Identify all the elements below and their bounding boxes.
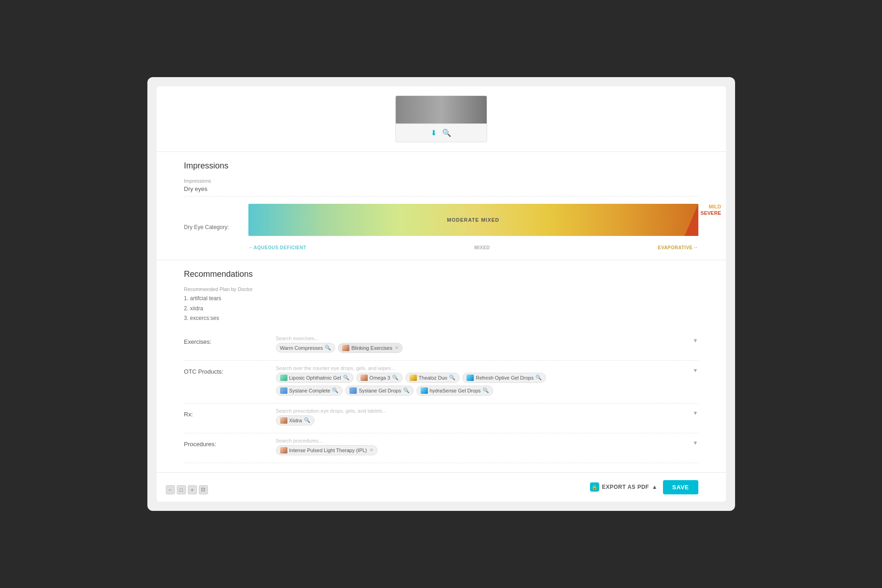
exercises-chips-row: Warm Compresses 🔍 Blinking Exercises ✕ <box>276 343 698 353</box>
chip-xiidra-label: Xiidra <box>289 418 302 423</box>
severity-labels: MILD SEVERE <box>701 204 721 216</box>
image-bottom-bar: ⬇ 🔍 <box>396 123 487 142</box>
rx-label: Rx: <box>184 403 276 433</box>
export-label: EXPORT AS PDF <box>602 484 649 490</box>
chip-hydrasense-label: hydraSense Gel Drops <box>430 388 481 393</box>
outer-frame: ⬇ 🔍 Impressions Impressions Dry eyes Dry… <box>147 77 735 511</box>
impressions-field-label: Impressions <box>184 178 698 184</box>
zoom-icon[interactable]: 🔍 <box>442 129 451 137</box>
mild-label: MILD <box>701 204 721 209</box>
chip-blinking-img <box>342 345 349 351</box>
chip-warm-compresses-search[interactable]: 🔍 <box>325 345 331 351</box>
chip-systane-gel-search[interactable]: 🔍 <box>403 387 410 393</box>
dry-eye-label: Dry Eye Category: <box>184 224 239 230</box>
chip-thealoz-search[interactable]: 🔍 <box>449 375 455 381</box>
rx-dropdown-arrow[interactable]: ▼ <box>693 410 698 416</box>
top-image-area: ⬇ 🔍 <box>157 86 726 152</box>
evaporative-label: EVAPORATIVE <box>658 245 693 250</box>
severe-label: SEVERE <box>701 210 721 216</box>
chip-liposic-search[interactable]: 🔍 <box>343 375 349 381</box>
zoom-controls: − □ + ⊡ <box>166 485 208 494</box>
image-top-bar <box>396 96 487 123</box>
chip-systane-complete-search[interactable]: 🔍 <box>332 387 338 393</box>
chip-warm-compresses[interactable]: Warm Compresses 🔍 <box>276 343 336 353</box>
image-placeholder: ⬇ 🔍 <box>395 95 487 142</box>
dry-eye-row: Dry Eye Category: MODERATE MIXED MILD SE… <box>184 204 698 251</box>
impressions-section: Impressions Impressions Dry eyes Dry Eye… <box>157 152 726 260</box>
chip-systane-complete-img <box>280 387 287 394</box>
chip-omega3-label: Omega 3 <box>370 375 390 381</box>
rx-search-text: Search prescription eye drops, gels, and… <box>276 408 698 414</box>
zoom-out-button[interactable]: − <box>166 485 175 494</box>
inner-content: ⬇ 🔍 Impressions Impressions Dry eyes Dry… <box>157 86 726 502</box>
dry-eye-chart: MODERATE MIXED MILD SEVERE ← AQUEOUS DEF… <box>248 204 698 251</box>
exercises-content: Search exercises... Warm Compresses 🔍 Bl… <box>276 331 698 361</box>
otc-label: OTC Products: <box>184 361 276 403</box>
exercises-search-text: Search exercises... <box>276 336 698 341</box>
procedures-chips-row: Intense Pulsed Light Therapy (IPL) ✕ <box>276 445 698 455</box>
procedures-content: Search procedures... Intense Pulsed Ligh… <box>276 433 698 463</box>
chip-ipl[interactable]: Intense Pulsed Light Therapy (IPL) ✕ <box>276 445 378 455</box>
moderate-label: MODERATE MIXED <box>447 217 499 223</box>
recommendations-title: Recommendations <box>184 269 698 279</box>
chip-xiidra[interactable]: Xiidra 🔍 <box>276 415 315 426</box>
rx-content: Search prescription eye drops, gels, and… <box>276 403 698 433</box>
save-button[interactable]: SAVE <box>663 480 698 494</box>
gradient-bar-container: MODERATE MIXED MILD SEVERE <box>248 204 698 241</box>
chip-thealoz-img <box>410 375 417 381</box>
chip-blinking-close[interactable]: ✕ <box>395 345 399 350</box>
impressions-title: Impressions <box>184 161 698 171</box>
chip-liposic-img <box>280 375 287 381</box>
otc-search-text: Search over the counter eye drops, gels,… <box>276 365 698 371</box>
aqueous-label: AQUEOUS DEFICIENT <box>254 245 307 250</box>
axis-row: ← AQUEOUS DEFICIENT MIXED EVAPORATIVE → <box>248 244 698 251</box>
otc-dropdown-arrow[interactable]: ▼ <box>693 367 698 374</box>
chip-refresh-img <box>466 375 474 381</box>
chip-blinking-exercises[interactable]: Blinking Exercises ✕ <box>338 343 403 353</box>
chip-xiidra-search[interactable]: 🔍 <box>304 417 310 423</box>
chip-systane-gel[interactable]: Systane Gel Drops 🔍 <box>345 386 413 396</box>
plan-items: 1. artifcial tears 2. xiidra 3. excercs:… <box>184 294 698 324</box>
chip-omega3-img <box>360 375 368 381</box>
gradient-bar: MODERATE MIXED <box>248 204 698 236</box>
exercises-dropdown-arrow[interactable]: ▼ <box>693 337 698 344</box>
chip-ipl-label: Intense Pulsed Light Therapy (IPL) <box>289 448 367 453</box>
chip-omega3-search[interactable]: 🔍 <box>392 375 399 381</box>
chip-hydrasense-search[interactable]: 🔍 <box>483 387 489 393</box>
impressions-field-value: Dry eyes <box>184 185 698 196</box>
chip-refresh[interactable]: Refresh Optive Gel Drops 🔍 <box>462 373 546 383</box>
procedures-label: Procedures: <box>184 433 276 463</box>
chip-refresh-label: Refresh Optive Gel Drops <box>476 375 534 381</box>
plan-label: Recommended Plan by Doctor <box>184 286 698 292</box>
chip-warm-compresses-label: Warm Compresses <box>280 345 323 351</box>
lock-icon: 🔒 <box>590 482 599 492</box>
chip-omega3[interactable]: Omega 3 🔍 <box>356 373 403 383</box>
zoom-in-button[interactable]: + <box>188 485 197 494</box>
exercises-label: Exercises: <box>184 331 276 361</box>
zoom-fit-button[interactable]: □ <box>177 485 186 494</box>
chip-liposic[interactable]: Liposic Ophthalmic Gel 🔍 <box>276 373 354 383</box>
download-icon[interactable]: ⬇ <box>431 129 437 137</box>
rx-chips-row: Xiidra 🔍 <box>276 415 698 426</box>
chip-systane-gel-img <box>349 387 357 394</box>
otc-chips-row1: Liposic Ophthalmic Gel 🔍 Omega 3 🔍 Theal… <box>276 373 698 383</box>
otc-chips-row2: Systane Complete 🔍 Systane Gel Drops 🔍 h… <box>276 386 698 396</box>
export-pdf-button[interactable]: 🔒 EXPORT AS PDF ▲ <box>590 482 657 492</box>
chip-xiidra-img <box>280 417 287 424</box>
chip-hydrasense-img <box>421 387 428 394</box>
otc-content: Search over the counter eye drops, gels,… <box>276 361 698 403</box>
chip-thealoz[interactable]: Thealoz Duo 🔍 <box>405 373 460 383</box>
chip-refresh-search[interactable]: 🔍 <box>535 375 542 381</box>
recommendations-section: Recommendations Recommended Plan by Doct… <box>157 260 726 473</box>
chip-blinking-exercises-label: Blinking Exercises <box>351 345 392 351</box>
chip-systane-complete[interactable]: Systane Complete 🔍 <box>276 386 343 396</box>
chip-liposic-label: Liposic Ophthalmic Gel <box>289 375 341 381</box>
export-arrow: ▲ <box>652 484 657 490</box>
bottom-bar: 🔒 EXPORT AS PDF ▲ SAVE <box>157 473 726 502</box>
chip-hydrasense[interactable]: hydraSense Gel Drops 🔍 <box>416 386 493 396</box>
chip-ipl-close[interactable]: ✕ <box>370 448 373 453</box>
chip-ipl-img <box>280 447 287 454</box>
procedures-dropdown-arrow[interactable]: ▼ <box>693 440 698 446</box>
zoom-reset-button[interactable]: ⊡ <box>199 485 208 494</box>
chip-systane-gel-label: Systane Gel Drops <box>359 388 401 393</box>
